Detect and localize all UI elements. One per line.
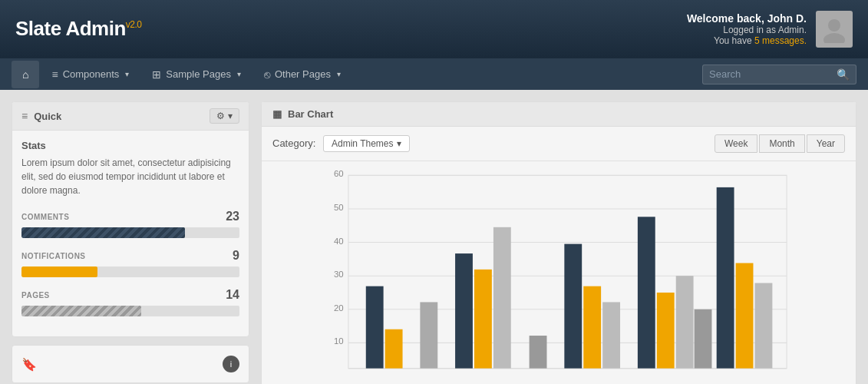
bar-group4-gray (530, 336, 547, 369)
category-label: Category: (272, 137, 315, 149)
messages-count: 5 messages. (754, 35, 807, 46)
comments-value: 23 (226, 210, 239, 223)
year-button[interactable]: Year (807, 134, 845, 153)
notifications-progress-fill (21, 266, 97, 277)
right-panel: ▦ Bar Chart Category: Admin Themes ▾ Wee… (261, 101, 856, 384)
avatar-icon (820, 15, 848, 43)
svg-point-0 (828, 19, 840, 31)
sample-pages-icon: ⊞ (152, 68, 161, 81)
svg-text:10: 10 (334, 336, 344, 346)
card-header-left: ≡ Quick (21, 110, 61, 122)
version-badge: v2.0 (126, 19, 142, 30)
pages-stat: PAGES 14 (21, 288, 239, 316)
comments-label: COMMENTS (21, 213, 69, 221)
chart-header: ▦ Bar Chart (262, 102, 856, 127)
bar-group8-orange (736, 263, 754, 369)
other-pages-icon: ⎋ (264, 68, 270, 81)
category-dropdown[interactable]: Admin Themes ▾ (323, 135, 410, 152)
search-icon[interactable]: 🔍 (837, 68, 850, 81)
logged-in-text: Logged in as Admin. (687, 25, 807, 35)
gear-icon: ⚙ (216, 111, 225, 121)
pages-label: PAGES (21, 291, 50, 300)
bar-chart-svg: 60 50 40 30 20 10 (269, 169, 845, 376)
user-info: Welcome back, John D. Logged in as Admin… (687, 11, 853, 48)
other-pages-label: Other Pages (275, 68, 331, 80)
sample-pages-arrow: ▾ (237, 70, 241, 78)
stats-subtitle: Stats (21, 140, 239, 151)
quick-stats-card: ≡ Quick ⚙ ▾ Stats Lorem ipsum dolor sit … (12, 101, 249, 337)
chart-title: Bar Chart (288, 108, 333, 120)
chart-toolbar: Category: Admin Themes ▾ Week Month Year (262, 127, 856, 161)
bottom-card: 🔖 i (12, 345, 249, 383)
bar-group8-gray (755, 283, 773, 369)
user-text: Welcome back, John D. Logged in as Admin… (687, 12, 807, 46)
main-content: ≡ Quick ⚙ ▾ Stats Lorem ipsum dolor sit … (0, 90, 868, 384)
bar-group2-gray (420, 302, 437, 368)
time-buttons: Week Month Year (715, 134, 845, 153)
bar-group6-orange (657, 293, 675, 369)
other-pages-arrow: ▾ (337, 70, 341, 78)
nav-home[interactable]: ⌂ (12, 61, 39, 88)
nav-sample-pages[interactable]: ⊞ Sample Pages ▾ (141, 61, 252, 88)
comments-stat: COMMENTS 23 (21, 210, 239, 238)
nav-components[interactable]: ≡ Components ▾ (41, 61, 140, 88)
category-control: Category: Admin Themes ▾ (272, 135, 410, 152)
stats-description: Lorem ipsum dolor sit amet, consectetur … (21, 156, 239, 197)
arrow-icon: ▾ (228, 111, 233, 121)
bar-group1-orange (385, 329, 403, 369)
bar-group6-gray (676, 276, 694, 368)
comments-progress-bar (21, 227, 239, 238)
navbar: ⌂ ≡ Components ▾ ⊞ Sample Pages ▾ ⎋ Othe… (0, 58, 868, 90)
svg-text:60: 60 (334, 169, 344, 178)
search-box[interactable]: 🔍 (702, 65, 856, 84)
bar-chart-card: ▦ Bar Chart Category: Admin Themes ▾ Wee… (261, 101, 856, 384)
bar-group3-orange (474, 270, 492, 369)
dropdown-arrow: ▾ (397, 138, 401, 149)
info-button[interactable]: i (223, 356, 239, 372)
svg-text:30: 30 (334, 270, 344, 279)
svg-text:40: 40 (334, 237, 344, 246)
avatar (816, 11, 853, 48)
notifications-progress-bar (21, 266, 239, 277)
home-icon: ⌂ (22, 68, 28, 81)
list-icon: ≡ (21, 110, 28, 122)
logo-text: Slate Admin (15, 17, 126, 40)
nav-other-pages[interactable]: ⎋ Other Pages ▾ (253, 61, 351, 88)
sample-pages-label: Sample Pages (166, 68, 231, 80)
pages-value: 14 (226, 288, 239, 302)
chart-area: 60 50 40 30 20 10 (262, 161, 856, 384)
bar-group3-dark (455, 253, 473, 369)
bar-group7-gray (695, 310, 712, 369)
search-input[interactable] (709, 68, 832, 80)
svg-text:50: 50 (334, 203, 344, 212)
svg-text:20: 20 (334, 303, 344, 313)
bar-group6-dark (638, 217, 655, 368)
bar-group8-dark (717, 187, 734, 369)
components-icon: ≡ (51, 68, 58, 81)
messages-prefix: You have (714, 35, 754, 46)
quick-stats-header: ≡ Quick ⚙ ▾ (12, 102, 249, 131)
week-button[interactable]: Week (715, 134, 757, 153)
bar-group3-gray (493, 227, 511, 369)
nav-left: ⌂ ≡ Components ▾ ⊞ Sample Pages ▾ ⎋ Othe… (12, 61, 351, 88)
pages-progress-fill (21, 306, 141, 316)
comments-header: COMMENTS 23 (21, 210, 239, 223)
svg-point-1 (823, 33, 845, 43)
notifications-header: NOTIFICATIONS 9 (21, 249, 239, 263)
notifications-stat: NOTIFICATIONS 9 (21, 249, 239, 277)
components-label: Components (63, 68, 120, 80)
messages-line: You have 5 messages. (687, 35, 807, 46)
logo: Slate Adminv2.0 (15, 17, 141, 41)
bar-group5-gray (602, 302, 620, 368)
notifications-value: 9 (233, 249, 239, 263)
quick-stats-body: Stats Lorem ipsum dolor sit amet, consec… (12, 131, 249, 336)
bookmark-icon: 🔖 (21, 357, 37, 372)
pages-header: PAGES 14 (21, 288, 239, 302)
chart-icon: ▦ (272, 108, 282, 120)
month-button[interactable]: Month (759, 134, 804, 153)
settings-button[interactable]: ⚙ ▾ (210, 108, 239, 124)
bar-group5-dark (564, 244, 582, 369)
left-panel: ≡ Quick ⚙ ▾ Stats Lorem ipsum dolor sit … (12, 101, 249, 384)
bar-group1-dark (366, 286, 384, 369)
category-value: Admin Themes (332, 138, 393, 149)
